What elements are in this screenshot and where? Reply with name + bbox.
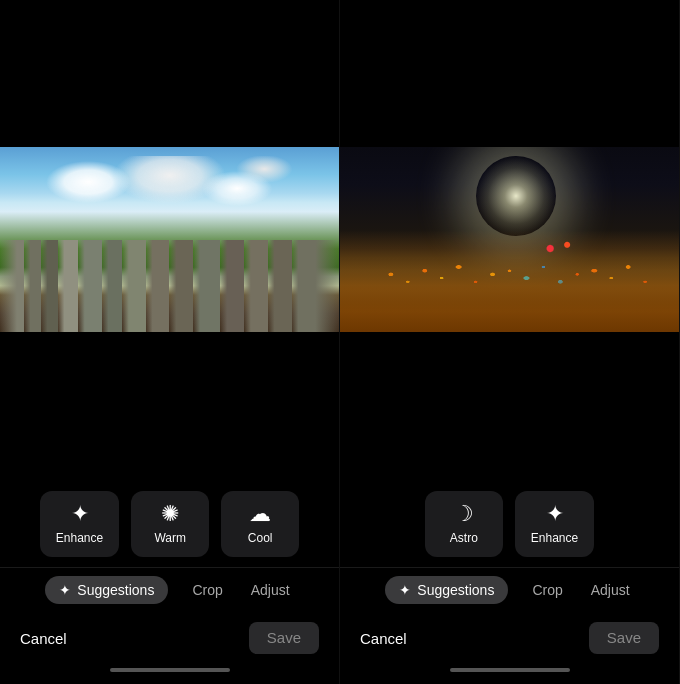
photo-area-right — [340, 0, 679, 479]
photo-container-right — [340, 147, 679, 332]
enhance-label-left: Enhance — [56, 531, 103, 545]
filter-cool-left[interactable]: ☁ Cool — [221, 491, 299, 557]
tab-bar-right: ✦ Suggestions Crop Adjust — [340, 567, 679, 612]
save-button-right[interactable]: Save — [589, 622, 659, 654]
tab-crop-right[interactable]: Crop — [528, 576, 566, 604]
home-indicator-right — [450, 668, 570, 672]
tab-suggestions-right[interactable]: ✦ Suggestions — [385, 576, 508, 604]
suggestions-icon-right: ✦ — [399, 582, 411, 598]
save-button-left[interactable]: Save — [249, 622, 319, 654]
photo-container-left — [0, 147, 339, 332]
cancel-button-left[interactable]: Cancel — [20, 630, 67, 647]
filter-enhance-left[interactable]: ✦ Enhance — [40, 491, 119, 557]
action-bar-right: Cancel Save — [340, 612, 679, 668]
filter-enhance-right[interactable]: ✦ Enhance — [515, 491, 594, 557]
suggestions-label-right: Suggestions — [417, 582, 494, 598]
tab-crop-left[interactable]: Crop — [188, 576, 226, 604]
filter-warm-left[interactable]: ✺ Warm — [131, 491, 209, 557]
tab-adjust-left[interactable]: Adjust — [247, 576, 294, 604]
tab-adjust-right[interactable]: Adjust — [587, 576, 634, 604]
photo-night — [340, 147, 679, 332]
tab-bar-left: ✦ Suggestions Crop Adjust — [0, 567, 339, 612]
astro-icon-right: ☽ — [454, 503, 474, 525]
photo-day — [0, 147, 339, 332]
enhance-icon-right: ✦ — [546, 503, 564, 525]
home-indicator-left — [110, 668, 230, 672]
save-label-right: Save — [607, 629, 641, 646]
enhance-icon-left: ✦ — [71, 503, 89, 525]
bottom-controls-left: ✦ Enhance ✺ Warm ☁ Cool ✦ Suggestions Cr… — [0, 479, 339, 684]
filter-row-right: ☽ Astro ✦ Enhance — [340, 491, 679, 567]
photo-area-left — [0, 0, 339, 479]
cancel-button-right[interactable]: Cancel — [360, 630, 407, 647]
save-label-left: Save — [267, 629, 301, 646]
cool-label-left: Cool — [248, 531, 273, 545]
suggestions-icon-left: ✦ — [59, 582, 71, 598]
enhance-label-right: Enhance — [531, 531, 578, 545]
panel-right: ☽ Astro ✦ Enhance ✦ Suggestions Crop Adj… — [340, 0, 680, 684]
warm-label-left: Warm — [154, 531, 186, 545]
tab-suggestions-left[interactable]: ✦ Suggestions — [45, 576, 168, 604]
cool-icon-left: ☁ — [249, 503, 271, 525]
action-bar-left: Cancel Save — [0, 612, 339, 668]
filter-astro-right[interactable]: ☽ Astro — [425, 491, 503, 557]
warm-icon-left: ✺ — [161, 503, 179, 525]
suggestions-label-left: Suggestions — [77, 582, 154, 598]
filter-row-left: ✦ Enhance ✺ Warm ☁ Cool — [0, 491, 339, 567]
bottom-controls-right: ☽ Astro ✦ Enhance ✦ Suggestions Crop Adj… — [340, 479, 679, 684]
panel-left: ✦ Enhance ✺ Warm ☁ Cool ✦ Suggestions Cr… — [0, 0, 340, 684]
night-lights — [340, 230, 679, 304]
astro-label-right: Astro — [450, 531, 478, 545]
